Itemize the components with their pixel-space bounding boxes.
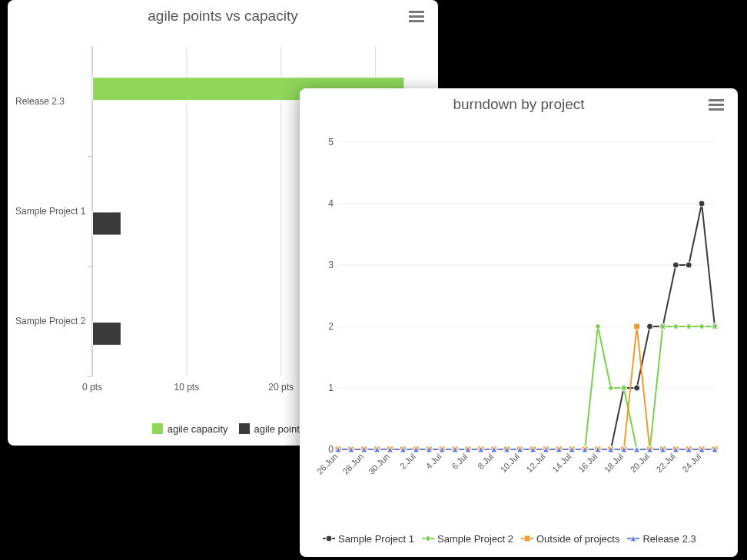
legend-item[interactable]: Sample Project 2 [422,533,513,545]
svg-marker-108 [672,323,679,330]
svg-text:2.Jul: 2.Jul [398,452,417,471]
legend-item-label[interactable]: agile points [254,423,305,435]
svg-point-80 [699,200,705,207]
svg-text:24.Jul: 24.Jul [680,452,702,474]
svg-rect-1 [409,15,424,18]
svg-text:22.Jul: 22.Jul [654,452,676,474]
svg-point-75 [634,385,640,391]
svg-text:3: 3 [328,260,334,270]
line-chart-legend[interactable]: Sample Project 1Sample Project 2Outside … [323,532,730,546]
svg-rect-20 [93,322,121,345]
hamburger-icon [709,99,724,111]
svg-text:0 pts: 0 pts [82,382,102,393]
svg-rect-177 [524,535,530,542]
svg-text:Sample Project 1: Sample Project 1 [15,206,86,217]
svg-text:30.Jun: 30.Jun [367,452,391,476]
svg-text:5: 5 [328,137,334,147]
svg-point-78 [672,262,679,268]
svg-marker-175 [425,535,431,542]
svg-text:20 pts: 20 pts [268,382,294,393]
svg-marker-102 [595,323,601,330]
svg-point-76 [647,323,653,330]
svg-text:20.Jul: 20.Jul [629,452,651,474]
svg-marker-103 [608,385,614,391]
svg-rect-22 [709,104,724,106]
svg-marker-110 [699,323,705,330]
svg-rect-135 [634,323,640,330]
chart-menu-button[interactable] [709,99,724,111]
svg-rect-0 [409,11,424,13]
svg-text:18.Jul: 18.Jul [603,452,625,474]
chart-title: agile points vs capacity [8,0,438,29]
svg-text:Sample Project 2: Sample Project 2 [15,316,86,326]
svg-rect-2 [409,20,424,22]
svg-text:28.Jun: 28.Jun [340,452,365,476]
svg-text:1: 1 [328,383,334,393]
chart-card-burndown-by-project: burndown by project 01234526.Jun28.Jun30… [300,88,738,557]
svg-text:Release 2.3: Release 2.3 [15,96,65,107]
svg-text:16.Jul: 16.Jul [576,452,599,474]
svg-text:6.Jul: 6.Jul [450,452,469,471]
svg-rect-23 [709,108,724,111]
svg-marker-109 [686,323,692,330]
svg-text:12.Jul: 12.Jul [525,452,547,474]
line-chart-plot: 01234526.Jun28.Jun30.Jun2.Jul4.Jul6.Jul8… [315,134,722,488]
svg-text:10.Jul: 10.Jul [499,452,521,474]
legend-item[interactable]: Sample Project 1 [323,533,414,545]
svg-text:14.Jul: 14.Jul [550,452,573,474]
legend-item-label[interactable]: agile capacity [168,423,228,435]
svg-text:4: 4 [328,198,334,209]
chart-menu-button[interactable] [409,11,424,23]
legend-item[interactable]: Outside of projects [521,533,619,545]
svg-point-173 [326,535,332,542]
svg-text:4.Jul: 4.Jul [424,452,443,471]
svg-rect-21 [709,99,724,101]
hamburger-icon [409,11,424,23]
legend-item[interactable]: Release 2.3 [627,533,696,545]
svg-text:26.Jun: 26.Jun [315,452,339,476]
svg-rect-17 [93,212,121,235]
svg-text:2: 2 [328,321,334,332]
chart-title: burndown by project [300,88,738,118]
svg-text:8.Jul: 8.Jul [476,452,495,471]
svg-point-79 [686,262,692,268]
svg-text:10 pts: 10 pts [174,382,200,393]
